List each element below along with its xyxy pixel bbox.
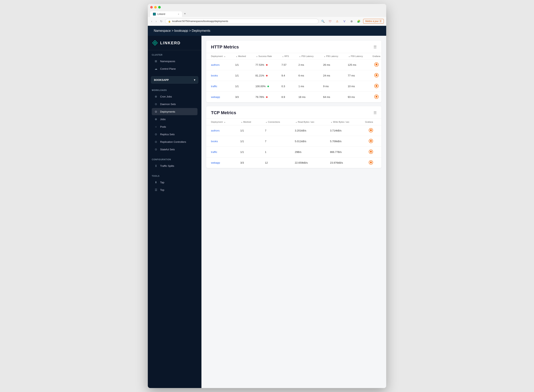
browser-window: Linkerd × + ‹ › ↻ 🔒 localhost:50750/name… [148, 4, 386, 388]
back-button[interactable]: ‹ [150, 19, 153, 23]
namespaces-label: Namespaces [160, 60, 175, 63]
forward-button[interactable]: › [155, 19, 158, 23]
deployments-label: Deployments [160, 110, 175, 113]
tcp-filter-icon[interactable]: ☰ [374, 111, 377, 115]
sidebar-item-top[interactable]: ☰ Top [152, 186, 197, 193]
sidebar-item-replica-sets[interactable]: ⊙ Replica Sets [152, 131, 197, 138]
tcp-col-connections[interactable]: ▲ Connections [260, 119, 290, 125]
connections-cell: 1 [260, 147, 290, 158]
sidebar-item-deployments[interactable]: ⊙ Deployments [152, 108, 197, 115]
sidebar-item-replication-controllers[interactable]: ⊙ Replication Controllers [152, 138, 197, 145]
p50-cell: 6 ms [294, 70, 318, 81]
url-display: localhost:50750/namespaces/booksapp/depl… [172, 20, 228, 23]
grafana-cell[interactable] [360, 158, 381, 168]
deployment-name-cell[interactable]: authors [206, 125, 236, 136]
shield-icon[interactable]: 🛡 [327, 19, 333, 24]
table-row: authors 1/1 77.53% 7.57 2 ms 26 ms 125 m… [206, 60, 381, 70]
tcp-col-deployment[interactable]: Deployment ▲ [206, 119, 236, 125]
replica-sets-icon: ⊙ [154, 132, 158, 136]
address-bar[interactable]: 🔒 localhost:50750/namespaces/booksapp/de… [165, 19, 319, 24]
grafana-cell[interactable] [368, 70, 381, 81]
p99-cell: 93 ms [343, 92, 368, 103]
pods-label: Pods [160, 125, 166, 128]
http-metrics-card: HTTP Metrics ☰ Deployment ▲ ▲ Meshed ▲ S… [206, 41, 381, 102]
maximize-button[interactable] [158, 6, 161, 9]
breadcrumb: Namespace > booksapp > Deployments [154, 29, 210, 33]
tools-section-label: TOOLS [152, 175, 197, 177]
http-col-rps[interactable]: ▲ RPS [277, 53, 294, 60]
deployment-name-cell[interactable]: traffic [206, 147, 236, 158]
deployment-name-cell[interactable]: webapp [206, 158, 236, 168]
tab-close-button[interactable]: × [178, 13, 179, 15]
p99-cell: 10 ms [343, 81, 368, 92]
update-button[interactable]: Mettre à jour ☰ [363, 19, 384, 24]
replica-sets-label: Replica Sets [160, 133, 175, 136]
namespace-label: BOOKSAPP [154, 79, 169, 81]
daemon-sets-icon: ⊙ [154, 102, 158, 106]
search-icon[interactable]: 🔍 [320, 19, 326, 24]
sidebar-item-namespaces[interactable]: ⊞ Namespaces [152, 58, 197, 65]
cron-jobs-icon: ⊛ [154, 95, 158, 98]
new-tab-button[interactable]: + [182, 10, 188, 17]
sidebar: LINKERD CLUSTER ⊞ Namespaces ☁ Control P… [148, 36, 201, 388]
deployment-name-cell[interactable]: authors [206, 60, 230, 70]
tcp-metrics-table: Deployment ▲ ▲ Meshed ▲ Connections ▲ Re… [206, 119, 381, 168]
http-col-success-rate[interactable]: ▲ Success Rate [251, 53, 277, 60]
sidebar-item-jobs[interactable]: ⊕ Jobs [152, 116, 197, 123]
chevron-down-icon: ▾ [194, 79, 195, 81]
tcp-col-write-bytes[interactable]: ▲ Write Bytes / sec [325, 119, 360, 125]
http-col-p50[interactable]: ▲ P50 Latency [294, 53, 318, 60]
minimize-button[interactable] [154, 6, 157, 9]
deployment-name-cell[interactable]: books [206, 70, 230, 81]
http-table-header-row: Deployment ▲ ▲ Meshed ▲ Success Rate ▲ R… [206, 53, 381, 60]
active-tab[interactable]: Linkerd × [150, 11, 182, 17]
sidebar-item-cron-jobs[interactable]: ⊛ Cron Jobs [152, 93, 197, 100]
update-label: Mettre à jour [365, 20, 379, 23]
deployment-name-cell[interactable]: traffic [206, 81, 230, 92]
close-button[interactable] [150, 6, 153, 9]
refresh-button[interactable]: ↻ [159, 19, 164, 23]
p50-cell: 2 ms [294, 60, 318, 70]
svg-point-8 [376, 74, 377, 75]
http-col-deployment[interactable]: Deployment ▲ [206, 53, 230, 60]
read-bytes-cell: 22.659kB/s [290, 158, 325, 168]
tcp-col-grafana: Grafana [360, 119, 381, 125]
extensions-icon[interactable]: 🧩 [356, 19, 361, 24]
deployment-name-cell[interactable]: webapp [206, 92, 230, 103]
extension-circle-icon[interactable]: ⊕ [349, 19, 354, 24]
sidebar-workloads-section: WORKLOADS ⊛ Cron Jobs ⊙ Daemon Sets ⊙ De… [148, 86, 201, 155]
table-row: webapp 3/3 12 22.659kB/s 23.976kB/s [206, 158, 381, 168]
svg-point-13 [376, 85, 377, 86]
cluster-section-label: CLUSTER [152, 54, 197, 56]
sidebar-item-pods[interactable]: ○ Pods [152, 123, 197, 130]
http-col-meshed[interactable]: ▲ Meshed [230, 53, 251, 60]
configuration-section-label: CONFIGURATION [152, 159, 197, 161]
deployment-name-cell[interactable]: books [206, 136, 236, 147]
sidebar-item-tap[interactable]: ⬇ Tap [152, 179, 197, 186]
sidebar-item-daemon-sets[interactable]: ⊙ Daemon Sets [152, 100, 197, 108]
sidebar-item-stateful-sets[interactable]: ⊙ Stateful Sets [152, 146, 197, 153]
grafana-cell[interactable] [368, 60, 381, 70]
tcp-col-meshed[interactable]: ▲ Meshed [236, 119, 260, 125]
grafana-cell[interactable] [360, 125, 381, 136]
svg-point-38 [370, 161, 371, 162]
namespace-selector[interactable]: BOOKSAPP ▾ [151, 76, 198, 84]
sidebar-item-traffic-splits[interactable]: ⊻ Traffic Splits [152, 162, 197, 169]
update-icon: ☰ [379, 20, 382, 23]
meshed-cell: 1/1 [236, 125, 260, 136]
grafana-cell[interactable] [360, 136, 381, 147]
http-filter-icon[interactable]: ☰ [374, 45, 377, 49]
http-col-p99[interactable]: ▲ P99 Latency [343, 53, 368, 60]
stateful-sets-icon: ⊙ [154, 148, 158, 151]
svg-point-28 [370, 140, 371, 141]
grafana-cell[interactable] [360, 147, 381, 158]
http-col-p95[interactable]: ▲ P95 Latency [318, 53, 343, 60]
sidebar-item-control-plane[interactable]: ☁ Control Plane [152, 65, 197, 72]
workloads-section-label: WORKLOADS [152, 89, 197, 91]
tcp-col-read-bytes[interactable]: ▲ Read Bytes / sec [290, 119, 325, 125]
warning-icon[interactable]: ⚠ [335, 19, 340, 24]
grafana-cell[interactable] [368, 81, 381, 92]
grafana-cell[interactable] [368, 92, 381, 103]
svg-point-3 [376, 64, 377, 64]
extension-v-icon[interactable]: V [342, 19, 347, 24]
